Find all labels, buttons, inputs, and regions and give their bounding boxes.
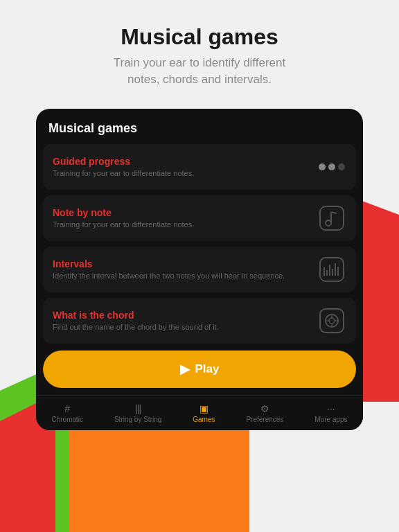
games-icon: ▣ — [200, 404, 209, 414]
list-item-guided[interactable]: Guided progress Training for your ear to… — [43, 144, 356, 190]
list-item-chord[interactable]: What is the chord Find out the name of t… — [43, 298, 356, 344]
page-subtitle: Train your ear to identify differentnote… — [14, 55, 385, 88]
chromatic-icon: # — [64, 404, 70, 414]
tab-chromatic-label: Chromatic — [51, 416, 83, 423]
play-label: Play — [195, 362, 220, 376]
item-desc-intervals: Identify the interval between the two no… — [53, 272, 310, 280]
card-title: Musical games — [36, 121, 363, 144]
tab-string-by-string[interactable]: ||| String by String — [110, 402, 166, 425]
item-desc-guided: Training for your ear to differentiate n… — [53, 169, 310, 177]
tab-preferences[interactable]: ⚙ Preferences — [242, 402, 287, 425]
tab-more-apps[interactable]: ··· More apps — [310, 402, 351, 425]
svg-point-13 — [329, 318, 335, 323]
tab-games-label: Games — [193, 416, 215, 423]
chord-icon — [317, 306, 346, 335]
list-item-note-by-note[interactable]: Note by note Training for your ear to di… — [43, 195, 356, 241]
svg-point-1 — [326, 220, 331, 226]
item-name-chord: What is the chord — [53, 310, 310, 321]
item-desc-note-by-note: Training for your ear to differentiate n… — [53, 220, 310, 229]
main-card: Musical games Guided progress Training f… — [36, 109, 363, 430]
item-desc-chord: Find out the name of the chord by the so… — [53, 323, 310, 331]
dot-1 — [319, 163, 326, 170]
prefs-icon: ⚙ — [260, 404, 269, 414]
play-icon: ▶ — [180, 362, 190, 377]
play-button[interactable]: ▶ Play — [43, 351, 356, 388]
item-name-intervals: Intervals — [53, 258, 310, 269]
svg-line-3 — [331, 212, 337, 213]
guided-icon — [317, 152, 346, 181]
tab-string-label: String by String — [114, 416, 161, 423]
page-title: Musical games — [14, 25, 385, 49]
dot-3 — [338, 163, 345, 170]
string-icon: ||| — [135, 404, 141, 414]
tab-chromatic[interactable]: # Chromatic — [47, 402, 87, 425]
dot-2 — [328, 163, 335, 170]
more-icon: ··· — [327, 404, 335, 414]
tab-prefs-label: Preferences — [246, 416, 283, 423]
note-icon — [317, 204, 346, 233]
item-name-note-by-note: Note by note — [53, 207, 310, 218]
tab-more-label: More apps — [314, 416, 347, 423]
item-name-guided: Guided progress — [53, 156, 310, 167]
list-item-intervals[interactable]: Intervals Identify the interval between … — [43, 247, 356, 292]
tab-games[interactable]: ▣ Games — [188, 402, 219, 425]
header: Musical games Train your ear to identify… — [0, 0, 399, 102]
intervals-icon — [317, 255, 346, 284]
svg-rect-11 — [320, 309, 344, 332]
tab-bar: # Chromatic ||| String by String ▣ Games… — [36, 395, 363, 430]
